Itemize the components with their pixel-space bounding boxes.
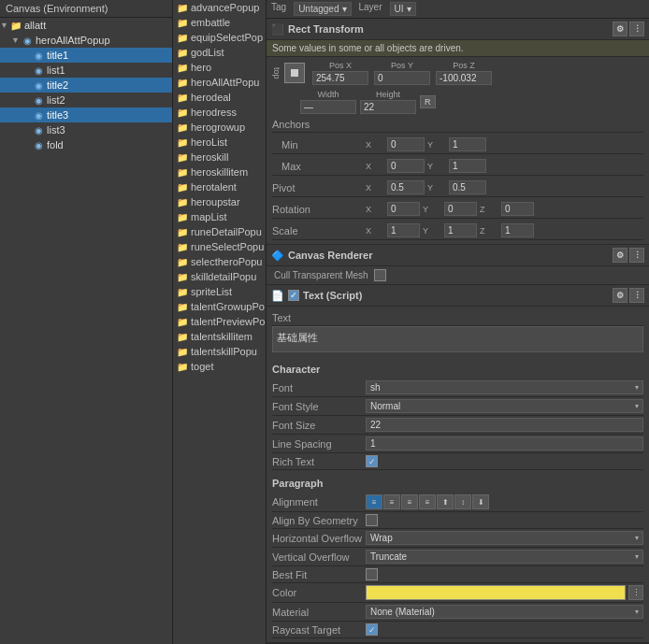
mid-item-hero[interactable]: 📁hero [173, 60, 266, 75]
anchor-preview[interactable] [284, 63, 305, 83]
mid-item-runeDetailPopu[interactable]: 📁runeDetailPopu [173, 224, 266, 239]
text-content-area[interactable]: 基础属性 [272, 326, 643, 352]
mid-item-heroList[interactable]: 📁heroList [173, 135, 266, 150]
mid-item-heroskill[interactable]: 📁heroskill [173, 150, 266, 165]
rot-z-input[interactable] [501, 202, 534, 216]
anchors-max-x-input[interactable] [387, 159, 425, 173]
mid-item-talentGrowupPo[interactable]: 📁talentGrowupPo [173, 299, 266, 314]
text-script-settings-btn[interactable]: ⚙ [613, 288, 627, 303]
tree-item-title3[interactable]: ◉title3 [0, 107, 172, 122]
canvas-renderer-settings-btn[interactable]: ⚙ [613, 248, 627, 263]
mid-item-spriteList[interactable]: 📁spriteList [173, 284, 266, 299]
vertical-overflow-dropdown[interactable]: Truncate ▾ [366, 550, 643, 564]
tree-item-label: title3 [47, 109, 68, 121]
raycast-target-checkbox[interactable]: ✓ [366, 623, 378, 636]
scale-x-input[interactable] [387, 223, 420, 237]
tree-item-fold[interactable]: ◉fold [0, 137, 172, 152]
mid-item-toget[interactable]: 📁toget [173, 359, 266, 374]
mid-item-embattle[interactable]: 📁embattle [173, 15, 266, 30]
font-dropdown[interactable]: sh ▾ [366, 380, 643, 394]
align-middle-btn[interactable]: ↕ [454, 494, 471, 509]
cull-transparent-checkbox[interactable] [374, 269, 386, 281]
material-dropdown[interactable]: None (Material) ▾ [366, 605, 643, 619]
tree-item-list1[interactable]: ◉list1 [0, 63, 172, 78]
text-script-enable-checkbox[interactable]: ✓ [288, 290, 299, 301]
mid-item-selectheroPopu[interactable]: 📁selectheroPopu [173, 254, 266, 269]
tag-dropdown[interactable]: Untagged ▾ [294, 2, 351, 16]
tree-item-icon: ◉ [32, 138, 45, 151]
mid-item-equipSelectPop[interactable]: 📁equipSelectPop [173, 30, 266, 45]
mid-item-advancePopup[interactable]: 📁advancePopup [173, 0, 266, 15]
font-value: sh ▾ [366, 380, 643, 394]
mid-item-label: spriteList [191, 286, 232, 297]
layer-value: UI [395, 4, 404, 14]
tree-item-list2[interactable]: ◉list2 [0, 93, 172, 107]
tree-item-list3[interactable]: ◉list3 [0, 122, 172, 137]
tree-item-title2[interactable]: ◉title2 [0, 78, 172, 93]
scale-z-input[interactable] [501, 223, 534, 237]
r-button[interactable]: R [420, 95, 436, 108]
pos-y-input[interactable] [374, 71, 430, 85]
mid-item-talentskillPopu[interactable]: 📁talentskillPopu [173, 344, 266, 359]
align-justify-btn[interactable]: ≡ [419, 494, 436, 509]
tree-item-icon: ◉ [32, 123, 45, 136]
align-top-btn[interactable]: ⬆ [437, 494, 454, 509]
tree-item-allatt[interactable]: ▼📁allatt [0, 18, 172, 33]
font-size-row: Font Size [272, 416, 643, 435]
tree-item-icon: ◉ [32, 93, 45, 107]
anchors-min-x-input[interactable] [387, 137, 425, 151]
mid-item-skilldetailPopu[interactable]: 📁skilldetailPopu [173, 269, 266, 284]
canvas-renderer-header: 🔷 Canvas Renderer ⚙ ⋮ [267, 245, 649, 266]
font-style-dropdown[interactable]: Normal ▾ [366, 399, 643, 413]
mid-item-mapList[interactable]: 📁mapList [173, 209, 266, 224]
mid-item-talentskillitem[interactable]: 📁talentskillitem [173, 329, 266, 344]
height-input[interactable] [360, 100, 416, 114]
mid-folder-icon: 📁 [177, 137, 188, 148]
mid-item-herodress[interactable]: 📁herodress [173, 105, 266, 120]
pivot-y-input[interactable] [449, 180, 486, 194]
rect-transform-settings-btn[interactable]: ⚙ [613, 21, 627, 36]
scale-y-input[interactable] [444, 223, 477, 237]
tree-item-heroAllAttPopup[interactable]: ▼◉heroAllAttPopup [0, 33, 172, 48]
vertical-overflow-text: Truncate [370, 551, 407, 562]
layer-dropdown[interactable]: UI ▾ [390, 2, 416, 16]
align-bottom-btn[interactable]: ⬇ [472, 494, 489, 509]
rich-text-checkbox[interactable]: ✓ [366, 455, 378, 467]
mid-item-herotalent[interactable]: 📁herotalent [173, 179, 266, 194]
color-picker[interactable] [366, 585, 626, 600]
width-input[interactable] [300, 100, 356, 114]
mid-item-talentPreviewPo[interactable]: 📁talentPreviewPo [173, 314, 266, 329]
mid-item-runeSelectPopu[interactable]: 📁runeSelectPopu [173, 239, 266, 254]
mid-item-godList[interactable]: 📁godList [173, 45, 266, 60]
best-fit-checkbox[interactable] [366, 568, 378, 580]
material-row: Material None (Material) ▾ [272, 603, 643, 622]
anchors-max-y-input[interactable] [449, 159, 486, 173]
anchors-min-row: Min X Y [272, 136, 643, 154]
rot-x-input[interactable] [387, 202, 420, 216]
align-center-btn[interactable]: ≡ [383, 494, 400, 509]
text-script-overflow-btn[interactable]: ⋮ [629, 288, 644, 303]
mid-item-heroupstar[interactable]: 📁heroupstar [173, 194, 266, 209]
pos-z-input[interactable] [436, 71, 492, 85]
tree-item-title1[interactable]: ◉title1 [0, 48, 172, 63]
align-right-btn[interactable]: ≡ [401, 494, 418, 509]
mid-item-herodeal[interactable]: 📁herodeal [173, 90, 266, 105]
horizontal-overflow-dropdown[interactable]: Wrap ▾ [366, 531, 643, 545]
rect-transform-overflow-btn[interactable]: ⋮ [629, 21, 644, 36]
align-left-btn[interactable]: ≡ [366, 494, 382, 509]
color-picker-btn[interactable]: ⋮ [628, 585, 643, 600]
canvas-renderer-overflow-btn[interactable]: ⋮ [629, 248, 644, 263]
rot-y-label: Y [423, 205, 441, 214]
mid-item-heroAllAttPopu[interactable]: 📁heroAllAttPopu [173, 75, 266, 90]
pos-x-input[interactable] [312, 71, 368, 85]
mid-item-herogrowup[interactable]: 📁herogrowup [173, 120, 266, 135]
rot-y-input[interactable] [444, 202, 477, 216]
pivot-x-input[interactable] [387, 180, 425, 194]
scale-label: Scale [272, 225, 366, 236]
align-by-geometry-checkbox[interactable] [366, 514, 378, 526]
mid-item-heroskillitem[interactable]: 📁heroskillitem [173, 165, 266, 179]
line-spacing-input[interactable] [366, 436, 643, 451]
anchors-min-y-input[interactable] [449, 137, 486, 151]
font-size-input[interactable] [366, 418, 643, 432]
tree-item-icon: ◉ [32, 49, 45, 62]
